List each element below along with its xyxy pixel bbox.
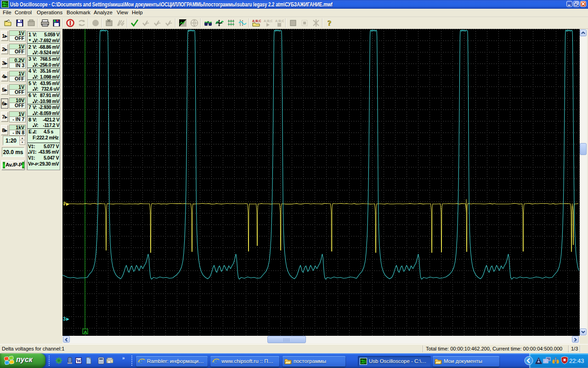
svg-text:A;B;C: A;B;C <box>252 19 261 23</box>
svg-text:A;B;C: A;B;C <box>275 19 284 23</box>
svg-text:7: 7 <box>63 201 66 207</box>
svg-text:W: W <box>76 358 81 363</box>
svg-text:3: 3 <box>63 316 66 322</box>
svg-text:?: ? <box>328 19 332 28</box>
svg-text:A: A <box>84 329 87 334</box>
svg-text:A;B;C: A;B;C <box>264 19 272 23</box>
